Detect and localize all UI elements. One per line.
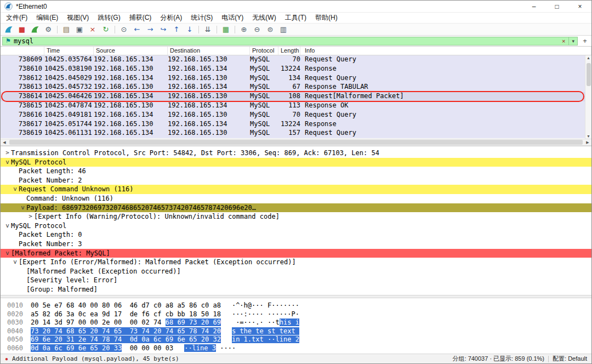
clear-filter-icon[interactable]: × — [559, 38, 568, 44]
expand-arrow-icon[interactable]: v — [4, 221, 11, 231]
packet-row[interactable]: 73861010425.038190192.168.165.130192.168… — [1, 65, 591, 74]
status-profile[interactable]: 配置: Default — [553, 355, 587, 363]
find-packet-icon[interactable]: ⊙ — [118, 24, 130, 35]
expand-arrow-icon[interactable]: v — [4, 249, 11, 258]
last-packet-icon[interactable]: ↓ — [184, 24, 196, 35]
minimize-button[interactable]: – — [522, 1, 545, 12]
menu-item[interactable]: 视图(V) — [62, 13, 93, 22]
menu-item[interactable]: 捕获(C) — [125, 13, 156, 22]
first-packet-icon[interactable]: ↑ — [170, 24, 183, 35]
column-header-source[interactable]: Source — [94, 47, 168, 55]
protocol-tree-item[interactable]: Packet Length: 0 — [1, 230, 591, 240]
horizontal-scrollbar-track[interactable] — [8, 139, 584, 145]
packet-row[interactable]: 73860910425.035764192.168.165.134192.168… — [1, 55, 591, 65]
packet-row[interactable]: 73861710425.051744192.168.165.130192.168… — [1, 120, 591, 129]
reload-icon[interactable]: ↻ — [100, 24, 112, 35]
protocol-tree-item[interactable]: >[Expert Info (Warning/Protocol): Unknow… — [1, 212, 591, 221]
close-file-icon[interactable]: × — [87, 24, 99, 35]
expand-arrow-icon[interactable]: v — [19, 203, 26, 213]
horizontal-scrollbar-thumb[interactable] — [9, 140, 583, 145]
packet-row[interactable]: 73861210425.045029192.168.165.134192.168… — [1, 74, 591, 83]
column-header-destination[interactable]: Destination — [168, 47, 250, 55]
add-filter-button[interactable]: + — [580, 37, 590, 45]
protocol-tree-item[interactable]: v[Expert Info (Error/Malformed): Malform… — [1, 258, 591, 267]
restart-capture-icon[interactable] — [29, 24, 41, 35]
expand-arrow-icon[interactable]: > — [4, 149, 11, 158]
packet-row[interactable]: 73861310425.045732192.168.165.130192.168… — [1, 83, 591, 92]
protocol-tree-item[interactable]: Packet Length: 46 — [1, 167, 591, 176]
hex-row[interactable]: 001000 5e e7 68 40 00 80 06 46 d7 c0 a8 … — [7, 302, 591, 310]
zoom-in-icon[interactable]: ⊕ — [238, 24, 250, 35]
packet-length: 134 — [278, 74, 300, 83]
scroll-left-icon[interactable]: ◀ — [1, 140, 8, 145]
display-filter-input[interactable] — [14, 37, 559, 45]
maximize-button[interactable]: □ — [545, 1, 568, 12]
resize-columns-icon[interactable]: ▥ — [277, 24, 289, 35]
zoom-out-icon[interactable]: ⊖ — [251, 24, 263, 35]
display-filter-field[interactable]: ⚑ × ▾ — [2, 37, 578, 46]
back-icon[interactable]: ← — [131, 24, 143, 35]
goto-packet-icon[interactable]: ↪ — [157, 24, 169, 35]
protocol-tree-item[interactable]: vRequest Command Unknown (116) — [1, 185, 591, 194]
horizontal-scrollbar[interactable]: ◀ ▶ — [1, 139, 591, 145]
protocol-tree-item[interactable]: Packet Number: 2 — [1, 176, 591, 185]
hex-row[interactable]: 004073 20 74 68 65 20 74 65 73 74 20 74 … — [7, 327, 591, 336]
menu-item[interactable]: 文件(F) — [2, 13, 32, 22]
hex-row[interactable]: 0020a5 82 d6 3a 0c ea 9d 17 de f6 cf cb … — [7, 310, 591, 319]
capture-options-icon[interactable]: ⚙ — [42, 24, 54, 35]
expand-arrow-icon[interactable]: > — [27, 212, 34, 221]
menu-item[interactable]: 统计(S) — [186, 13, 217, 22]
protocol-tree-item[interactable]: vMySQL Protocol — [1, 221, 591, 231]
ascii-char: = — [240, 318, 243, 326]
column-header-length[interactable]: Length — [278, 47, 300, 55]
protocol-tree-item[interactable]: vMySQL Protocol — [1, 158, 591, 167]
zoom-100-icon[interactable]: ⊜ — [264, 24, 276, 35]
vertical-scrollbar-thumb[interactable] — [587, 63, 591, 86]
autoscroll-icon[interactable]: ⇊ — [202, 24, 214, 35]
hex-byte: 65 — [78, 327, 86, 335]
protocol-tree-item[interactable]: v[Malformed Packet: MySQL] — [1, 249, 591, 258]
expand-arrow-icon[interactable]: v — [12, 185, 19, 194]
packet-row[interactable]: 73861610425.049181192.168.165.134192.168… — [1, 111, 591, 120]
column-header-protocol[interactable]: Protocol — [250, 47, 278, 55]
protocol-tree-item[interactable]: [Group: Malformed] — [1, 285, 591, 294]
menu-item[interactable]: 工具(T) — [281, 13, 311, 22]
column-header-info[interactable]: Info — [300, 47, 591, 55]
close-button[interactable]: × — [568, 1, 591, 12]
filter-dropdown-icon[interactable]: ▾ — [568, 37, 577, 45]
protocol-tree-item[interactable]: Command: Unknown (116) — [1, 194, 591, 203]
protocol-tree-item[interactable]: Packet Number: 3 — [1, 240, 591, 249]
packet-row[interactable]: 73861510425.047874192.168.165.130192.168… — [1, 101, 591, 111]
expand-arrow-icon[interactable]: v — [4, 158, 11, 167]
packet-row[interactable]: 73861410425.046426192.168.165.134192.168… — [1, 92, 591, 101]
hex-row[interactable]: 003020 14 3d 97 00 00 2e 00 00 02 74 68 … — [7, 318, 591, 327]
forward-icon[interactable]: → — [144, 24, 156, 35]
protocol-tree-item[interactable]: >Transmission Control Protocol, Src Port… — [1, 149, 591, 158]
menu-item[interactable]: 帮助(H) — [311, 13, 342, 22]
hex-row[interactable]: 005069 6e 20 31 2e 74 78 74 0d 0a 6c 69 … — [7, 335, 591, 344]
column-header-time[interactable]: Time — [44, 47, 94, 55]
packet-row[interactable]: 73861910425.061131192.168.165.134192.168… — [1, 129, 591, 138]
scroll-right-icon[interactable]: ▶ — [584, 140, 591, 145]
protocol-tree-item[interactable]: [Malformed Packet (Exception occurred)] — [1, 267, 591, 276]
scroll-up-icon[interactable]: ▲ — [585, 56, 591, 60]
stop-capture-icon[interactable]: ■ — [16, 24, 28, 35]
start-capture-icon[interactable] — [3, 24, 15, 35]
protocol-tree-item[interactable]: vPayload: 686973206973207468652074657374… — [1, 203, 591, 213]
scroll-down-icon[interactable]: ▼ — [585, 134, 591, 138]
menu-item[interactable]: 编辑(E) — [32, 13, 62, 22]
colorize-icon[interactable]: ▦ — [220, 24, 232, 35]
menu-item[interactable]: 无线(W) — [248, 13, 280, 22]
expand-arrow-icon[interactable]: v — [12, 258, 19, 267]
vertical-scrollbar[interactable]: ▲ ▼ — [585, 55, 591, 139]
save-file-icon[interactable]: ▣ — [73, 24, 86, 35]
expert-info-icon[interactable]: ● — [5, 356, 8, 362]
menu-item[interactable]: 电话(Y) — [217, 13, 248, 22]
hex-row[interactable]: 00600d 0a 6c 69 6e 65 20 33 00 00 00 03·… — [7, 344, 591, 353]
column-header-no[interactable] — [1, 47, 44, 55]
protocol-tree-item[interactable]: [Severity level: Error] — [1, 276, 591, 285]
filter-bookmark-icon[interactable]: ⚑ — [3, 37, 14, 44]
open-file-icon[interactable]: ▤ — [60, 24, 72, 35]
menu-item[interactable]: 跳转(G) — [93, 13, 124, 22]
menu-item[interactable]: 分析(A) — [156, 13, 186, 22]
